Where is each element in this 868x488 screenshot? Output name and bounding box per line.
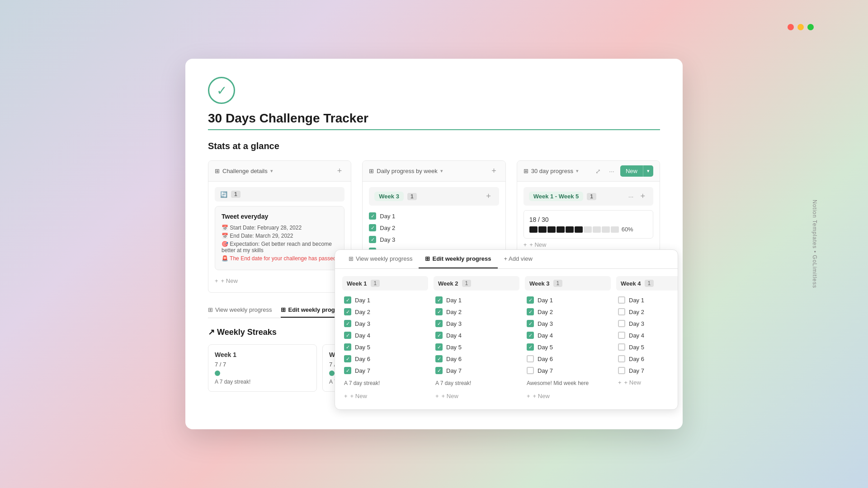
overlay-tab-2[interactable]: + Add view: [498, 250, 539, 268]
new-label: + New: [350, 393, 367, 399]
week-day-checkbox[interactable]: ✓: [344, 332, 351, 339]
week-col-day: ✓Day 5: [435, 341, 518, 353]
challenge-details-add-button[interactable]: +: [335, 165, 345, 177]
overlay-tab-1[interactable]: ⊞Edit weekly progress: [419, 250, 497, 268]
week-col-day: ✓Day 2: [527, 306, 609, 318]
week-col-day: Day 7: [527, 365, 609, 376]
week-day-checkbox[interactable]: ✓: [435, 320, 443, 327]
progress-block: [547, 226, 556, 233]
week-day-label: Day 7: [355, 367, 370, 374]
tab-label: View weekly progress: [215, 306, 272, 313]
week-range-add-button[interactable]: +: [637, 191, 648, 202]
day-label: Day 3: [380, 236, 395, 243]
week-col-day: ✓Day 5: [527, 341, 609, 353]
week-day-checkbox[interactable]: ✓: [527, 308, 534, 315]
daily-progress-add-button[interactable]: +: [489, 165, 499, 177]
week-col-new[interactable]: ++ New: [342, 390, 428, 402]
week-day-checkbox[interactable]: ✓: [435, 343, 443, 351]
week3-group-header: Week 3 1 +: [369, 187, 499, 206]
week-col-day: ✓Day 2: [435, 306, 518, 318]
week-range-more-icon[interactable]: ···: [626, 191, 636, 202]
week-day-checkbox[interactable]: ✓: [527, 332, 534, 339]
week-day-checkbox[interactable]: [527, 355, 534, 362]
week-day-checkbox[interactable]: [618, 296, 625, 304]
week-day-checkbox[interactable]: ✓: [344, 367, 351, 374]
day-checkbox[interactable]: ✓: [369, 224, 376, 231]
week-day-checkbox[interactable]: ✓: [435, 296, 443, 304]
week-col-day: Day 2: [618, 306, 678, 318]
minimize-button[interactable]: [797, 24, 804, 30]
week-col-day: ✓Day 4: [344, 329, 426, 341]
week-day-checkbox[interactable]: [618, 320, 625, 327]
week-day-checkbox[interactable]: [618, 355, 625, 362]
week-col-title: Week 3: [529, 280, 550, 287]
day-checkbox[interactable]: ✓: [369, 212, 376, 220]
week-day-checkbox[interactable]: ✓: [527, 296, 534, 304]
page-title: 30 Days Challenge Tracker: [208, 111, 660, 126]
weeks-columns: Week 1 1 ✓Day 1✓Day 2✓Day 3✓Day 4✓Day 5✓…: [342, 276, 670, 402]
week-day-checkbox[interactable]: [618, 343, 625, 351]
progress-percent: 60%: [622, 226, 633, 233]
week-day-checkbox[interactable]: ✓: [527, 343, 534, 351]
week-col-new[interactable]: ++ New: [525, 390, 611, 402]
week-day-checkbox[interactable]: [618, 367, 625, 374]
week-day-checkbox[interactable]: [618, 308, 625, 315]
week-col-day: ✓Day 6: [344, 353, 426, 365]
week-day-checkbox[interactable]: ✓: [344, 320, 351, 327]
week-ratio: 7 / 7: [215, 361, 310, 368]
maximize-button[interactable]: [807, 24, 814, 30]
sidebar-label: Notion Templates • GoLimitless: [811, 200, 818, 288]
week-col-header: Week 2 1: [434, 276, 519, 291]
week-day-checkbox[interactable]: ✓: [435, 355, 443, 362]
challenge-details-title: Challenge details: [222, 168, 268, 174]
week-day-checkbox[interactable]: ✓: [344, 343, 351, 351]
week-day-checkbox[interactable]: ✓: [435, 332, 443, 339]
new-main-button[interactable]: New: [620, 165, 643, 177]
week-col-new[interactable]: ++ New: [434, 390, 519, 402]
progress-block: [593, 226, 601, 233]
progress-blocks: [529, 226, 619, 233]
progress-block: [529, 226, 538, 233]
bottom-tab-0[interactable]: ⊞View weekly progress: [208, 306, 272, 318]
week-col-day: ✓Day 5: [344, 341, 426, 353]
page-icon: ✓: [208, 77, 235, 104]
expand-icon[interactable]: ⤢: [593, 167, 603, 176]
week-day-checkbox[interactable]: ✓: [344, 355, 351, 362]
week-col-day: ✓Day 1: [344, 294, 426, 306]
overlay-tab-0[interactable]: ⊞View weekly progress: [342, 250, 419, 268]
week-day-checkbox[interactable]: [527, 367, 534, 374]
week-col-day: ✓Day 4: [435, 329, 518, 341]
week-day-label: Day 2: [538, 309, 553, 315]
week-day-label: Day 3: [355, 320, 370, 327]
more-icon[interactable]: ···: [607, 167, 617, 176]
week-col-header: Week 4 1: [616, 276, 678, 291]
progress-count: 18 / 30: [529, 216, 647, 223]
table-icon: ⊞: [215, 168, 220, 174]
close-button[interactable]: [788, 24, 794, 30]
thirty-day-header-left: ⊞ 30 day progress ▾: [524, 168, 579, 174]
week-col-day: Day 4: [618, 329, 678, 341]
week-col-streak: A 7 day streak!: [342, 376, 428, 390]
week-range-badge: Week 1 - Week 5: [529, 192, 584, 201]
week-col-days: ✓Day 1✓Day 2✓Day 3✓Day 4✓Day 5✓Day 6✓Day…: [342, 294, 428, 376]
week-day-checkbox[interactable]: [618, 332, 625, 339]
week-day-checkbox[interactable]: ✓: [435, 308, 443, 315]
week3-add-button[interactable]: +: [483, 191, 494, 202]
week-day-checkbox[interactable]: ✓: [344, 296, 351, 304]
daily-progress-header: ⊞ Daily progress by week ▾ +: [363, 161, 505, 182]
week-col-title: Week 2: [438, 280, 458, 287]
week-day-checkbox[interactable]: ✓: [435, 367, 443, 374]
week-col-badge: 1: [371, 280, 380, 287]
week-day-checkbox[interactable]: ✓: [344, 308, 351, 315]
challenge-card-title: Tweet everyday: [222, 213, 338, 220]
new-dropdown-button[interactable]: ▾: [643, 165, 653, 177]
thirty-day-header-right: ⤢ ··· New ▾: [593, 165, 653, 177]
week-day-label: Day 6: [355, 356, 370, 362]
week-col-new[interactable]: ++ New: [616, 376, 678, 389]
day-checkbox[interactable]: ✓: [369, 236, 376, 243]
progress-block: [602, 226, 610, 233]
thirty-day-add-new[interactable]: + + New: [524, 239, 653, 251]
chevron-down-icon-2: ▾: [440, 168, 443, 174]
week-day-checkbox[interactable]: ✓: [527, 320, 534, 327]
challenge-add-new[interactable]: + + New: [215, 275, 344, 287]
